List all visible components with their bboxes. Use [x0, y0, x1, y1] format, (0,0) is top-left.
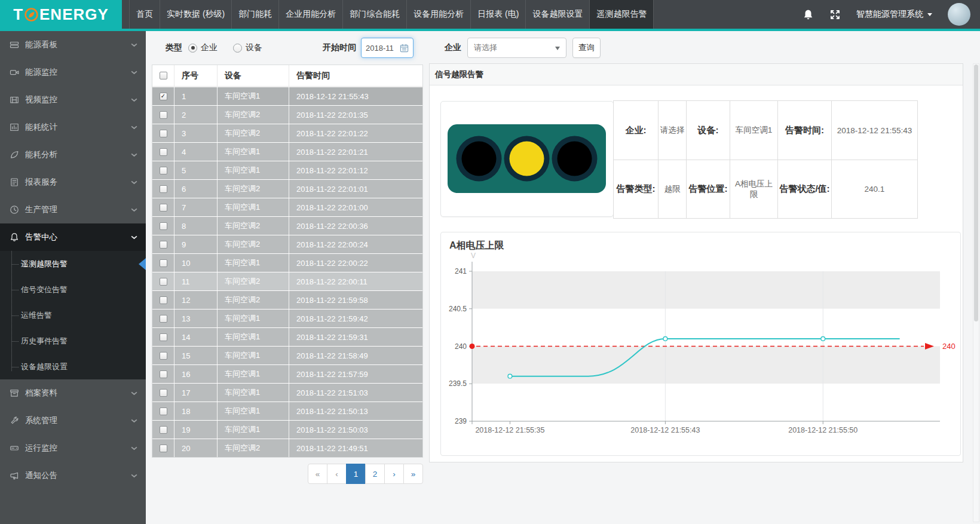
sidebar-subitem-遥测越限告警[interactable]: 遥测越限告警 [0, 251, 146, 277]
table-row[interactable]: 4车间空调12018-11-22 22:01:21 [152, 142, 422, 161]
table-row[interactable]: 6车间空调22018-11-22 22:01:01 [152, 179, 422, 198]
row-checkbox[interactable] [160, 259, 167, 267]
sidebar-item-通知公告[interactable]: 通知公告 [0, 462, 146, 489]
sidebar-item-能耗统计[interactable]: 能耗统计 [0, 114, 146, 141]
vertical-scrollbar[interactable] [973, 63, 979, 522]
table-row[interactable]: 12车间空调22018-11-22 21:59:58 [152, 290, 422, 309]
select-all-checkbox[interactable] [160, 72, 167, 79]
cell-time: 2018-11-22 22:01:00 [289, 198, 422, 216]
table-row[interactable]: 20车间空调22018-11-22 21:49:51 [152, 439, 422, 457]
row-checkbox[interactable] [160, 370, 167, 378]
sidebar-item-运行监控[interactable]: 运行监控 [0, 434, 146, 462]
nav-item-设备越限设置[interactable]: 设备越限设置 [525, 0, 589, 29]
cell-no: 18 [174, 402, 217, 420]
row-checkbox[interactable] [160, 148, 167, 156]
table-row[interactable]: 1车间空调12018-12-12 21:55:43 [152, 87, 422, 105]
row-checkbox[interactable] [160, 130, 167, 137]
sidebar-item-告警中心[interactable]: 告警中心 [0, 223, 146, 251]
row-checkbox[interactable] [160, 185, 167, 193]
radio-enterprise[interactable] [188, 44, 197, 53]
row-checkbox[interactable] [160, 204, 167, 212]
page-button-«[interactable]: « [308, 464, 327, 484]
detail-value: 越限 [658, 160, 686, 218]
sidebar-subitem-历史事件告警[interactable]: 历史事件告警 [0, 328, 146, 354]
bell-icon[interactable] [803, 9, 814, 20]
row-checkbox[interactable] [160, 445, 167, 452]
row-checkbox[interactable] [160, 111, 167, 119]
table-row[interactable]: 5车间空调12018-11-22 22:01:12 [152, 161, 422, 179]
scrollbar-thumb[interactable] [974, 65, 978, 321]
avatar[interactable] [948, 3, 970, 26]
nav-item-设备用能分析[interactable]: 设备用能分析 [406, 0, 470, 29]
fullscreen-icon[interactable] [829, 9, 841, 20]
table-row[interactable]: 16车间空调12018-11-22 21:57:59 [152, 364, 422, 383]
nav-item-首页[interactable]: 首页 [129, 0, 160, 29]
sidebar-item-生产管理[interactable]: 生产管理 [0, 196, 146, 223]
row-checkbox[interactable] [160, 296, 167, 304]
start-time-input[interactable]: 2018-11 [361, 38, 414, 58]
table-row[interactable]: 18车间空调12018-11-22 21:50:13 [152, 402, 422, 420]
table-row[interactable]: 13车间空调12018-11-22 21:59:42 [152, 309, 422, 327]
table-row[interactable]: 10车间空调12018-11-22 22:00:22 [152, 253, 422, 272]
sidebar-item-系统管理[interactable]: 系统管理 [0, 407, 146, 434]
page-button-‹[interactable]: ‹ [327, 464, 347, 484]
sidebar-item-能源监控[interactable]: 能源监控 [0, 59, 146, 86]
radio-enterprise-label[interactable]: 企业 [201, 42, 218, 53]
enterprise-select[interactable]: 请选择 [467, 38, 566, 58]
page-button-»[interactable]: » [403, 464, 423, 484]
table-row[interactable]: 15车间空调12018-11-22 21:58:49 [152, 346, 422, 364]
table-row[interactable]: 9车间空调22018-11-22 22:00:24 [152, 235, 422, 253]
row-checkbox[interactable] [160, 333, 167, 341]
type-label: 类型 [166, 42, 182, 53]
sidebar-item-能源看板[interactable]: 能源看板 [0, 31, 146, 59]
nav-item-实时数据 (秒级)[interactable]: 实时数据 (秒级) [160, 0, 231, 29]
table-row[interactable]: 7车间空调12018-11-22 22:01:00 [152, 198, 422, 216]
sidebar-subitem-设备越限设置[interactable]: 设备越限设置 [0, 354, 146, 379]
nav-item-遥测越限告警[interactable]: 遥测越限告警 [589, 0, 654, 29]
row-checkbox[interactable] [160, 426, 167, 434]
calendar-icon[interactable] [400, 44, 409, 53]
page-button-1[interactable]: 1 [346, 464, 366, 484]
row-checkbox[interactable] [160, 241, 167, 249]
cell-no: 1 [174, 87, 217, 105]
nav-item-部门综合能耗[interactable]: 部门综合能耗 [342, 0, 406, 29]
cell-time: 2018-11-22 22:01:35 [289, 106, 422, 124]
wrench-icon [10, 416, 19, 425]
system-title-menu[interactable]: 智慧能源管理系统 [856, 9, 932, 20]
table-row[interactable]: 8车间空调22018-11-22 22:00:36 [152, 216, 422, 235]
table-row[interactable]: 14车间空调12018-11-22 21:59:31 [152, 327, 422, 346]
sidebar-subitem-label: 设备越限设置 [21, 361, 68, 372]
row-checkbox[interactable] [160, 222, 167, 230]
nav-item-日报表 (电)[interactable]: 日报表 (电) [470, 0, 525, 29]
radio-device-label[interactable]: 设备 [246, 42, 262, 53]
query-button[interactable]: 查询 [572, 38, 601, 58]
cell-device: 车间空调1 [217, 347, 289, 364]
table-row[interactable]: 17车间空调12018-11-22 21:51:03 [152, 383, 422, 402]
row-checkbox[interactable] [160, 352, 167, 360]
cell-device: 车间空调1 [217, 402, 289, 420]
page-button-›[interactable]: › [384, 464, 404, 484]
radio-device[interactable] [233, 44, 242, 53]
sidebar-item-视频监控[interactable]: 视频监控 [0, 86, 146, 114]
page-button-2[interactable]: 2 [365, 464, 385, 484]
chevron-down-icon [131, 419, 137, 423]
sidebar-item-报表服务[interactable]: 报表服务 [0, 168, 146, 196]
row-checkbox[interactable] [160, 407, 167, 415]
row-checkbox[interactable] [160, 93, 167, 100]
row-checkbox[interactable] [160, 278, 167, 286]
table-row[interactable]: 3车间空调22018-11-22 22:01:22 [152, 124, 422, 142]
table-row[interactable]: 2车间空调22018-11-22 22:01:35 [152, 105, 422, 124]
nav-item-企业用能分析[interactable]: 企业用能分析 [278, 0, 342, 29]
sidebar-item-能耗分析[interactable]: 能耗分析 [0, 141, 146, 168]
sidebar-item-档案资料[interactable]: 档案资料 [0, 379, 146, 407]
row-checkbox[interactable] [160, 315, 167, 323]
row-checkbox[interactable] [160, 167, 167, 174]
row-checkbox[interactable] [160, 389, 167, 397]
nav-item-部门能耗[interactable]: 部门能耗 [231, 0, 278, 29]
svg-text:240: 240 [455, 342, 467, 351]
cell-device: 车间空调2 [217, 235, 289, 253]
table-row[interactable]: 19车间空调12018-11-22 21:50:03 [152, 420, 422, 439]
sidebar-subitem-信号变位告警[interactable]: 信号变位告警 [0, 277, 146, 302]
table-row[interactable]: 11车间空调22018-11-22 22:00:11 [152, 272, 422, 290]
sidebar-subitem-运维告警[interactable]: 运维告警 [0, 302, 146, 328]
